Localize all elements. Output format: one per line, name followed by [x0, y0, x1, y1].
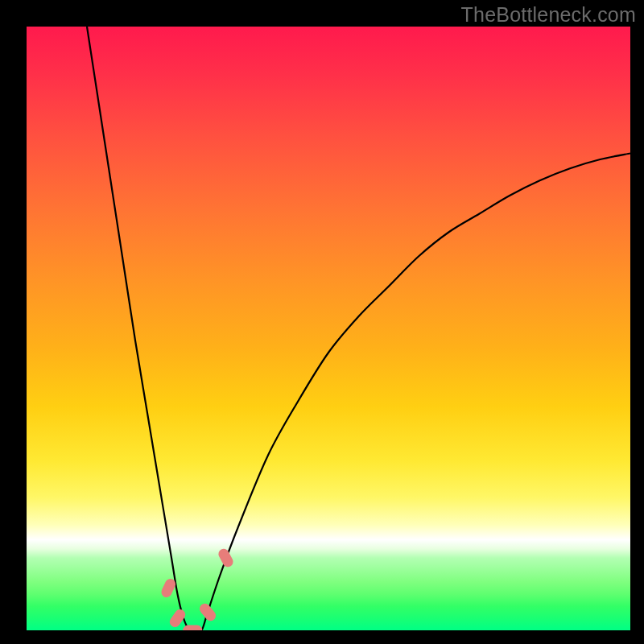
curve-marker: [197, 601, 217, 623]
svg-rect-2: [183, 625, 202, 631]
svg-rect-3: [197, 601, 217, 623]
plot-area: [27, 27, 630, 630]
curve-marker: [217, 547, 235, 568]
svg-rect-4: [217, 547, 235, 568]
chart-svg: [27, 27, 630, 630]
watermark-text: TheBottleneck.com: [461, 3, 636, 27]
curve-marker: [183, 625, 202, 631]
bottleneck-curve: [87, 27, 630, 630]
chart-stage: TheBottleneck.com: [0, 0, 644, 644]
